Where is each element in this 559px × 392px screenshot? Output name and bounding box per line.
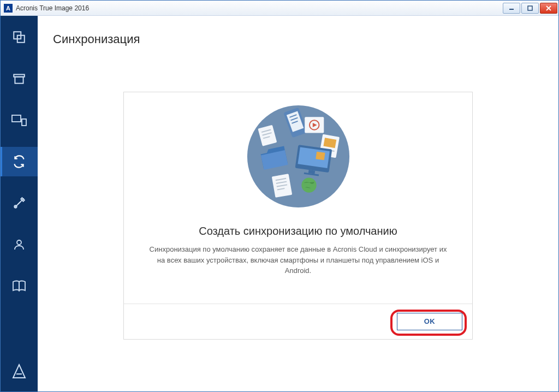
app-window: A Acronis True Image 2016 — [0, 0, 559, 392]
close-button[interactable] — [540, 3, 557, 14]
sidebar-item-archive[interactable] — [1, 64, 38, 93]
archive-icon — [12, 72, 26, 86]
window-controls — [502, 3, 557, 14]
device-link-icon — [11, 114, 27, 126]
page-title: Синхронизация — [53, 32, 543, 46]
sidebar-acronis-logo[interactable] — [1, 357, 38, 386]
svg-rect-9 — [22, 119, 26, 126]
content-center: Создать синхронизацию по умолчанию Синхр… — [53, 51, 543, 381]
app-icon: A — [4, 4, 13, 13]
sync-illustration — [245, 103, 352, 210]
minimize-icon — [509, 5, 514, 11]
sidebar-item-dashboard[interactable] — [1, 105, 38, 135]
svg-rect-8 — [12, 115, 21, 122]
svg-rect-29 — [316, 152, 325, 161]
sidebar-item-backup[interactable] — [1, 22, 38, 52]
card-heading: Создать синхронизацию по умолчанию — [140, 225, 456, 237]
tools-icon — [12, 196, 26, 210]
card-footer: OK — [124, 304, 472, 339]
card-description: Синхронизация по умолчанию сохраняет все… — [145, 244, 451, 276]
svg-point-32 — [301, 178, 316, 193]
acronis-a-icon — [12, 364, 26, 379]
svg-rect-1 — [528, 6, 532, 10]
sync-icon — [12, 155, 26, 169]
client-area: Синхронизация — [1, 16, 558, 391]
user-icon — [13, 238, 26, 251]
ok-button[interactable]: OK — [397, 313, 462, 330]
maximize-icon — [527, 5, 533, 11]
main-panel: Синхронизация — [38, 16, 558, 391]
maximize-button[interactable] — [521, 3, 539, 14]
svg-rect-7 — [15, 77, 23, 84]
svg-point-11 — [17, 240, 21, 245]
sidebar-item-tools[interactable] — [1, 188, 38, 218]
minimize-button[interactable] — [503, 3, 520, 14]
window-title: Acronis True Image 2016 — [16, 4, 89, 12]
sidebar-item-sync[interactable] — [1, 147, 38, 176]
sidebar — [1, 16, 38, 391]
sync-card: Создать синхронизацию по умолчанию Синхр… — [123, 92, 473, 340]
sidebar-item-help[interactable] — [1, 271, 38, 301]
sidebar-item-account[interactable] — [1, 230, 38, 259]
card-body: Создать синхронизацию по умолчанию Синхр… — [124, 92, 472, 304]
titlebar: A Acronis True Image 2016 — [1, 1, 558, 16]
close-icon — [546, 5, 551, 11]
book-icon — [12, 280, 26, 292]
copy-icon — [12, 30, 26, 44]
